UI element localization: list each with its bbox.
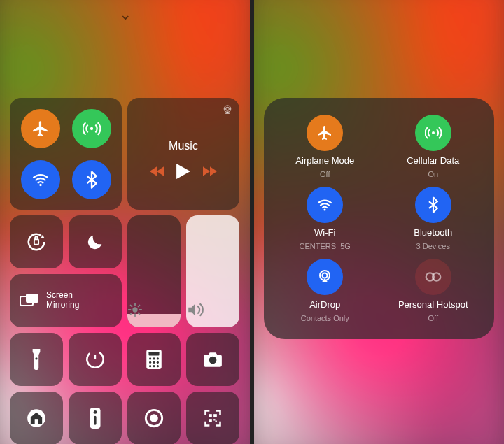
home-button[interactable] bbox=[10, 392, 63, 444]
flashlight-button[interactable] bbox=[10, 333, 63, 386]
svg-point-22 bbox=[149, 357, 151, 359]
remote-icon bbox=[90, 408, 101, 429]
svg-rect-36 bbox=[94, 416, 96, 425]
connectivity-expanded-pane: Airplane Mode Off Cellular Data On Wi-Fi… bbox=[254, 0, 504, 444]
camera-button[interactable] bbox=[186, 333, 239, 386]
music-tile[interactable]: Music bbox=[127, 98, 239, 210]
svg-rect-5 bbox=[34, 239, 38, 245]
connectivity-expanded-panel: Airplane Mode Off Cellular Data On Wi-Fi… bbox=[264, 98, 494, 339]
bluetooth-status: 3 Devices bbox=[416, 242, 450, 250]
airdrop-icon bbox=[316, 268, 333, 285]
screen-mirroring-button[interactable]: Screen Mirroring bbox=[10, 274, 122, 327]
dismiss-chevron-icon[interactable]: ⌄ bbox=[0, 0, 250, 24]
screen-record-button[interactable] bbox=[127, 392, 181, 444]
svg-point-29 bbox=[153, 365, 155, 367]
play-button[interactable] bbox=[176, 164, 190, 179]
svg-rect-43 bbox=[216, 421, 217, 422]
svg-rect-42 bbox=[214, 419, 215, 420]
svg-line-13 bbox=[131, 313, 132, 315]
svg-point-47 bbox=[323, 273, 328, 278]
rotation-lock-icon bbox=[26, 231, 47, 252]
wifi-network: CENTERS_5G bbox=[300, 242, 351, 250]
airplane-icon bbox=[316, 124, 333, 141]
next-track-button[interactable] bbox=[203, 166, 217, 177]
timer-icon bbox=[85, 350, 105, 369]
airdrop-status: Contacts Only bbox=[301, 314, 349, 322]
svg-point-27 bbox=[157, 361, 159, 364]
music-title: Music bbox=[169, 140, 198, 152]
screen-mirroring-icon bbox=[20, 293, 39, 308]
airplay-icon[interactable] bbox=[221, 103, 234, 116]
qr-scan-button[interactable] bbox=[186, 392, 239, 444]
calculator-button[interactable] bbox=[127, 333, 181, 386]
connectivity-tile[interactable] bbox=[10, 98, 122, 210]
svg-point-38 bbox=[150, 414, 158, 422]
personal-hotspot-button[interactable]: Personal Hotspot Off bbox=[379, 255, 488, 327]
cellular-data-label: Cellular Data bbox=[407, 155, 459, 166]
svg-point-31 bbox=[209, 357, 217, 364]
hotspot-icon bbox=[424, 271, 442, 283]
home-icon bbox=[27, 408, 46, 428]
prev-track-button[interactable] bbox=[150, 166, 164, 177]
svg-rect-21 bbox=[148, 352, 159, 355]
svg-point-26 bbox=[153, 361, 155, 364]
svg-point-25 bbox=[149, 361, 151, 364]
bluetooth-button[interactable]: Bluetooth 3 Devices bbox=[379, 182, 488, 255]
airplane-mode-status: Off bbox=[320, 170, 330, 178]
bluetooth-toggle[interactable] bbox=[72, 160, 111, 199]
airdrop-label: AirDrop bbox=[309, 299, 340, 310]
svg-line-12 bbox=[139, 313, 140, 315]
control-center-grid: Music bbox=[10, 98, 240, 444]
svg-rect-39 bbox=[209, 414, 212, 417]
svg-point-23 bbox=[153, 357, 155, 359]
airplane-icon bbox=[31, 120, 50, 138]
brightness-icon bbox=[127, 302, 181, 317]
svg-point-35 bbox=[94, 410, 97, 414]
personal-hotspot-status: Off bbox=[428, 314, 438, 322]
flashlight-icon bbox=[31, 349, 42, 370]
airplane-mode-toggle[interactable] bbox=[21, 109, 60, 148]
svg-point-0 bbox=[90, 127, 92, 129]
svg-point-1 bbox=[39, 183, 41, 185]
svg-point-2 bbox=[224, 106, 230, 112]
wifi-icon bbox=[316, 196, 333, 213]
volume-slider[interactable] bbox=[186, 215, 239, 327]
rotation-lock-toggle[interactable] bbox=[10, 215, 63, 268]
brightness-slider[interactable] bbox=[127, 215, 181, 327]
record-icon bbox=[144, 408, 164, 428]
svg-line-14 bbox=[139, 306, 140, 307]
volume-icon bbox=[186, 302, 239, 317]
bluetooth-icon bbox=[428, 196, 439, 213]
svg-rect-16 bbox=[26, 294, 38, 303]
svg-line-11 bbox=[131, 306, 132, 307]
calculator-icon bbox=[146, 350, 162, 369]
timer-button[interactable] bbox=[69, 333, 122, 386]
svg-rect-41 bbox=[209, 419, 212, 422]
cellular-data-button[interactable]: Cellular Data On bbox=[379, 110, 488, 182]
svg-rect-40 bbox=[214, 414, 217, 417]
wifi-icon bbox=[31, 171, 50, 189]
airplane-mode-button[interactable]: Airplane Mode Off bbox=[271, 110, 379, 182]
svg-point-17 bbox=[35, 357, 37, 359]
cellular-icon bbox=[425, 124, 442, 141]
svg-rect-33 bbox=[35, 419, 38, 424]
remote-button[interactable] bbox=[69, 392, 122, 444]
bluetooth-icon bbox=[85, 171, 98, 189]
camera-icon bbox=[202, 351, 223, 368]
svg-point-6 bbox=[132, 307, 137, 312]
wifi-button[interactable]: Wi-Fi CENTERS_5G bbox=[271, 182, 379, 255]
svg-point-30 bbox=[157, 365, 159, 367]
control-center-pane: ⌄ bbox=[0, 0, 250, 444]
svg-point-24 bbox=[157, 357, 159, 359]
screen-mirroring-label: Screen Mirroring bbox=[46, 291, 79, 310]
airdrop-button[interactable]: AirDrop Contacts Only bbox=[271, 255, 379, 327]
bluetooth-label: Bluetooth bbox=[414, 227, 452, 238]
airplane-mode-label: Airplane Mode bbox=[295, 155, 354, 166]
cellular-data-toggle[interactable] bbox=[72, 109, 111, 148]
do-not-disturb-toggle[interactable] bbox=[69, 215, 122, 268]
personal-hotspot-label: Personal Hotspot bbox=[398, 299, 468, 310]
moon-icon bbox=[85, 232, 105, 252]
svg-point-28 bbox=[149, 365, 151, 367]
cellular-data-status: On bbox=[428, 170, 438, 178]
wifi-toggle[interactable] bbox=[21, 160, 60, 199]
